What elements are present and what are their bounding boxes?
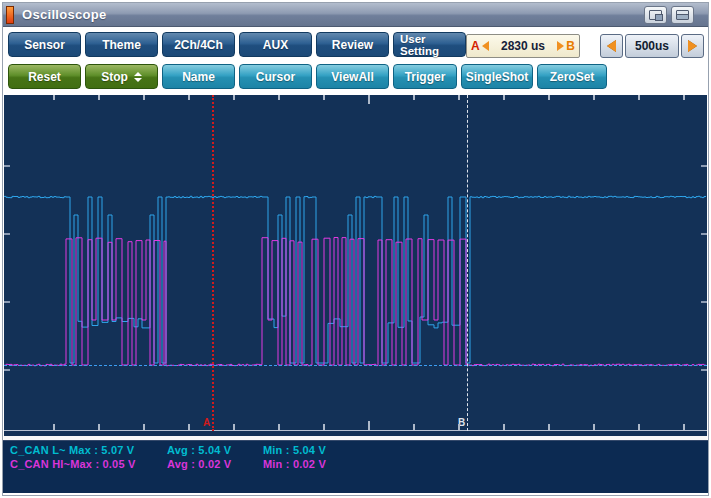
- name-button[interactable]: Name: [162, 64, 235, 89]
- left-arrow-icon: [607, 40, 616, 52]
- right-arrow-icon: [688, 40, 697, 52]
- measurement-panel: C_CAN L~ Max : 5.07 V Avg : 5.04 V Min :…: [3, 440, 708, 493]
- user-setting-button[interactable]: User Setting: [393, 32, 466, 57]
- titlebar: Oscilloscope: [3, 3, 708, 27]
- ch1-max-value: C_CAN L~ Max : 5.07 V: [10, 444, 134, 456]
- grid-tick: [413, 95, 415, 100]
- scale-tick: [4, 165, 10, 167]
- timebase-increase-button[interactable]: [681, 34, 704, 58]
- grid-tick: [548, 95, 550, 100]
- scale-tick: [701, 301, 707, 303]
- grid-tick: [188, 424, 190, 430]
- window-title: Oscilloscope: [22, 7, 107, 22]
- cursor-a-line[interactable]: [212, 95, 214, 431]
- grid-tick: [503, 424, 505, 430]
- grid-tick: [53, 424, 55, 430]
- grid-tick: [143, 424, 145, 430]
- scale-tick: [701, 233, 707, 235]
- channel2-measurements: C_CAN HI~Max : 0.05 V Avg : 0.02 V Min :…: [3, 458, 708, 471]
- zero-baseline: [4, 365, 707, 366]
- toolbar-row-1: Sensor Theme 2Ch/4Ch AUX Review User Set…: [8, 32, 466, 58]
- grid-tick: [683, 424, 685, 430]
- run-stop-selector[interactable]: Stop: [85, 64, 158, 89]
- popout-window-button[interactable]: [644, 6, 667, 24]
- spinner-icon: [134, 72, 142, 82]
- scale-tick: [701, 165, 707, 167]
- grid-tick: [53, 95, 55, 100]
- grid-tick: [593, 424, 595, 430]
- ch2-max-value: C_CAN HI~Max : 0.05 V: [10, 458, 136, 470]
- time-axis: [4, 430, 707, 431]
- viewall-button[interactable]: ViewAll: [316, 64, 389, 89]
- scale-tick: [4, 369, 10, 371]
- screen: Oscilloscope Sensor Theme 2Ch/4Ch AUX Re…: [0, 0, 711, 498]
- theme-button[interactable]: Theme: [85, 32, 158, 57]
- grid-tick: [368, 421, 370, 430]
- toolbar-row-2: Reset Stop Name Cursor ViewAll Trigger S…: [8, 64, 607, 90]
- scale-tick: [701, 369, 707, 371]
- scale-tick: [4, 233, 10, 235]
- cursor-a-label: A: [203, 417, 210, 428]
- grid-tick: [503, 95, 505, 100]
- cursor-b-arrow-icon: [557, 41, 564, 51]
- reset-button[interactable]: Reset: [8, 64, 81, 89]
- grid-tick: [593, 95, 595, 100]
- review-button[interactable]: Review: [316, 32, 389, 57]
- grid-tick: [278, 95, 280, 100]
- scale-tick: [4, 301, 10, 303]
- ch2-avg-value: Avg : 0.02 V: [167, 458, 231, 470]
- grid-tick: [683, 95, 685, 100]
- ab-cursor-readout[interactable]: A 2830 us B: [466, 34, 580, 58]
- cursor-a-marker: A: [471, 39, 480, 53]
- ab-delta-value: 2830 us: [491, 39, 556, 53]
- grid-tick: [638, 424, 640, 430]
- grid-tick: [188, 95, 190, 100]
- ch2-min-value: Min : 0.02 V: [263, 458, 326, 470]
- oscilloscope-window: Oscilloscope Sensor Theme 2Ch/4Ch AUX Re…: [2, 2, 709, 496]
- run-stop-label: Stop: [101, 70, 128, 84]
- grid-tick: [413, 424, 415, 430]
- grid-tick: [323, 95, 325, 100]
- cursor-a-arrow-icon: [482, 41, 489, 51]
- channel-mode-button[interactable]: 2Ch/4Ch: [162, 32, 235, 57]
- sensor-button[interactable]: Sensor: [8, 32, 81, 57]
- cursor-b-line[interactable]: [467, 95, 468, 431]
- grid-tick: [458, 95, 460, 100]
- grid-tick: [368, 95, 370, 104]
- scope-display: A B: [4, 95, 707, 436]
- cursor-button[interactable]: Cursor: [239, 64, 312, 89]
- app-icon: [6, 6, 14, 24]
- grid-tick: [458, 424, 460, 430]
- grid-tick: [98, 424, 100, 430]
- popout-icon: [649, 10, 662, 20]
- timebase-value[interactable]: 500us: [625, 34, 679, 58]
- aux-button[interactable]: AUX: [239, 32, 312, 57]
- ch1-avg-value: Avg : 5.04 V: [167, 444, 231, 456]
- grid-tick: [143, 95, 145, 100]
- grid-tick: [233, 95, 235, 100]
- grid-tick: [323, 424, 325, 430]
- singleshot-button[interactable]: SingleShot: [461, 64, 533, 89]
- timebase-decrease-button[interactable]: [600, 34, 623, 58]
- channel1-measurements: C_CAN L~ Max : 5.07 V Avg : 5.04 V Min :…: [3, 444, 708, 457]
- grid-tick: [233, 424, 235, 430]
- trigger-button[interactable]: Trigger: [393, 64, 457, 89]
- stack-icon: [676, 10, 689, 20]
- grid-tick: [548, 424, 550, 430]
- grid-tick: [98, 95, 100, 100]
- split-view-button[interactable]: [671, 6, 694, 24]
- zeroset-button[interactable]: ZeroSet: [537, 64, 607, 89]
- timebase-control: 500us: [600, 34, 704, 58]
- grid-tick: [638, 95, 640, 100]
- waveform-canvas: [4, 95, 707, 436]
- grid-tick: [278, 424, 280, 430]
- cursor-b-marker: B: [566, 39, 575, 53]
- ch1-min-value: Min : 5.04 V: [263, 444, 326, 456]
